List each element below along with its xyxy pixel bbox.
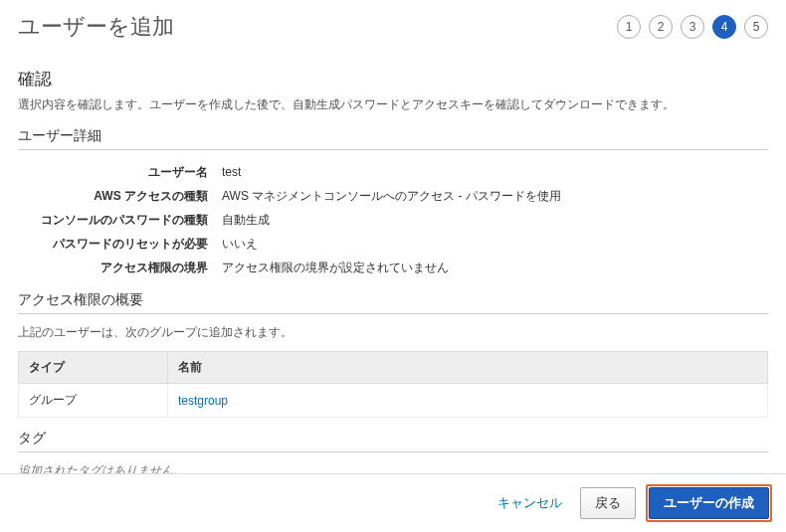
- permissions-heading: アクセス権限の概要: [18, 291, 768, 314]
- label-console-pw-type: コンソールのパスワードの種類: [28, 208, 222, 232]
- col-name: 名前: [168, 352, 768, 384]
- permissions-table: タイプ 名前 グループ testgroup: [18, 351, 768, 418]
- step-3[interactable]: 3: [681, 15, 704, 39]
- value-permissions-boundary: アクセス権限の境界が設定されていません: [222, 256, 561, 279]
- step-5[interactable]: 5: [744, 15, 768, 39]
- value-username: test: [222, 160, 561, 184]
- col-type: タイプ: [19, 352, 168, 384]
- create-user-button[interactable]: ユーザーの作成: [649, 487, 769, 519]
- step-2[interactable]: 2: [649, 15, 673, 39]
- user-details-heading: ユーザー詳細: [18, 127, 768, 150]
- cell-type: グループ: [19, 384, 168, 418]
- step-1[interactable]: 1: [617, 15, 641, 39]
- value-reset-required: いいえ: [222, 232, 561, 256]
- value-access-type: AWS マネジメントコンソールへのアクセス - パスワードを使用: [222, 184, 561, 208]
- create-highlight: ユーザーの作成: [646, 484, 772, 522]
- label-reset-required: パスワードのリセットが必要: [28, 232, 222, 256]
- cancel-button[interactable]: キャンセル: [490, 488, 570, 518]
- confirm-desc: 選択内容を確認します。ユーザーを作成した後で、自動生成パスワードとアクセスキーを…: [18, 96, 768, 113]
- tags-heading: タグ: [18, 430, 768, 452]
- wizard-steps: 1 2 3 4 5: [617, 15, 768, 39]
- page-title: ユーザーを追加: [18, 12, 174, 42]
- permissions-desc: 上記のユーザーは、次のグループに追加されます。: [18, 324, 768, 341]
- label-username: ユーザー名: [28, 160, 222, 184]
- label-access-type: AWS アクセスの種類: [28, 184, 222, 208]
- step-4[interactable]: 4: [712, 15, 736, 39]
- back-button[interactable]: 戻る: [580, 487, 636, 519]
- group-link[interactable]: testgroup: [178, 394, 228, 408]
- footer: キャンセル 戻る ユーザーの作成: [0, 473, 786, 532]
- table-row: グループ testgroup: [19, 384, 768, 418]
- label-permissions-boundary: アクセス権限の境界: [28, 256, 222, 279]
- value-console-pw-type: 自動生成: [222, 208, 561, 232]
- confirm-title: 確認: [18, 68, 768, 90]
- user-details-table: ユーザー名 test AWS アクセスの種類 AWS マネジメントコンソールへの…: [28, 160, 561, 279]
